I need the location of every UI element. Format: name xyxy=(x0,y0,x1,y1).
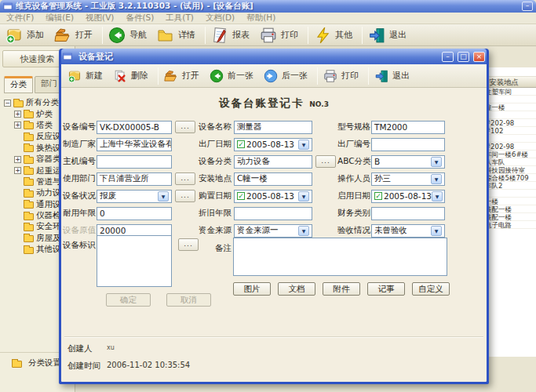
memo-button[interactable]: 记事 xyxy=(367,282,405,296)
checkbox-checked-icon[interactable]: ✓ xyxy=(374,192,382,200)
chevron-down-icon[interactable]: ▼ xyxy=(298,140,309,150)
finance-category-input[interactable] xyxy=(371,207,445,220)
menu-tools[interactable]: 工具(T) xyxy=(166,13,194,24)
tag-browse-button[interactable]: ... xyxy=(178,238,199,251)
grid-row[interactable] xyxy=(487,135,536,143)
depreciation-years-input[interactable] xyxy=(234,207,312,220)
exit-button[interactable]: 退出 xyxy=(365,25,414,45)
detail-button[interactable]: 详情 xyxy=(154,25,202,45)
chevron-down-icon[interactable]: ▼ xyxy=(431,226,442,236)
category-browse-button[interactable]: ... xyxy=(315,155,336,168)
equipment-tag-box[interactable] xyxy=(97,235,172,287)
equipment-no-input[interactable]: VK-DX00005-B xyxy=(97,121,172,134)
service-life-input[interactable]: 0 xyxy=(97,207,172,220)
new-button[interactable]: 新建 xyxy=(64,66,110,85)
grid-row[interactable]: 装配一楼 xyxy=(487,213,536,221)
grid-row[interactable] xyxy=(487,190,536,198)
open-button[interactable]: 打开 xyxy=(51,25,100,45)
menu-file[interactable]: 文件(F) xyxy=(6,13,34,24)
grid-row[interactable]: #202-98 xyxy=(487,143,536,151)
chevron-down-icon[interactable]: ▼ xyxy=(158,191,169,201)
factory-no-input[interactable] xyxy=(371,138,445,151)
purchase-date-picker[interactable]: ✓ 2005-08-13 ▼ xyxy=(234,190,312,203)
dialog-close-button[interactable]: × xyxy=(473,52,485,62)
status-browse-button[interactable]: ... xyxy=(175,190,195,202)
chevron-down-icon[interactable]: ▼ xyxy=(432,191,443,201)
equipment-category-input[interactable]: 动力设备 xyxy=(234,155,312,169)
grid-row[interactable]: #102 xyxy=(487,127,536,135)
menu-view[interactable]: 视图(V) xyxy=(86,13,114,24)
grid-row[interactable]: 电子电路 xyxy=(487,221,536,229)
menu-help[interactable]: 帮助(H) xyxy=(246,13,275,24)
chevron-down-icon[interactable]: ▼ xyxy=(431,174,442,184)
grid-filter-row[interactable] xyxy=(487,67,536,77)
expand-icon[interactable]: + xyxy=(14,156,21,163)
menu-parts[interactable]: 备件(S) xyxy=(126,13,154,24)
start-date-picker[interactable]: ✓ 2005-08-13 ▼ xyxy=(371,190,445,203)
grid-column-header[interactable]: 安装地点 xyxy=(487,77,536,88)
operator-select[interactable]: 孙三 ▼ xyxy=(371,172,445,186)
equipment-no-browse-button[interactable]: ... xyxy=(175,121,195,133)
model-spec-input[interactable]: TM2000 xyxy=(371,121,445,134)
print-button[interactable]: 打印 xyxy=(257,25,305,45)
next-record-button[interactable]: 后一张 xyxy=(261,66,315,85)
chevron-down-icon[interactable]: ▼ xyxy=(431,157,442,167)
dialog-maximize-button[interactable]: □ xyxy=(458,52,469,62)
chevron-down-icon[interactable]: ▼ xyxy=(298,226,309,236)
host-no-input[interactable] xyxy=(97,155,172,169)
previous-record-button[interactable]: 前一张 xyxy=(206,66,261,85)
expand-icon[interactable]: + xyxy=(14,167,21,174)
dialog-print-button[interactable]: 打印 xyxy=(320,66,366,85)
grid-row[interactable]: #202-98 xyxy=(487,119,536,127)
collapse-icon[interactable]: − xyxy=(4,100,11,107)
field-factory-date: 出厂日期 ✓ 2005-08-13 ▼ xyxy=(199,137,312,151)
checkbox-checked-icon[interactable]: ✓ xyxy=(237,192,245,200)
factory-date-picker[interactable]: ✓ 2005-08-13 ▼ xyxy=(234,138,312,151)
add-button[interactable]: 添加 xyxy=(2,25,51,45)
cancel-button[interactable]: 取消 xyxy=(166,293,211,307)
manufacturer-input[interactable]: 上海中华茶业设备有限公司 xyxy=(97,138,172,151)
equipment-name-input[interactable]: 测量器 xyxy=(234,121,312,134)
custom-button[interactable]: 自定义 xyxy=(412,282,450,296)
install-location-input[interactable]: C幢一楼 xyxy=(234,172,312,186)
department-browse-button[interactable]: ... xyxy=(175,172,195,185)
department-input[interactable]: 下吕浦营业所 xyxy=(97,172,172,186)
dialog-exit-button[interactable]: 退出 xyxy=(371,66,417,85)
document-button[interactable]: 文档 xyxy=(278,282,315,296)
acceptance-select[interactable]: 未曾验收 ▼ xyxy=(371,224,445,238)
grid-row[interactable]: 八车队 xyxy=(487,158,536,166)
grid-row[interactable]: 车间一楼6#楼 xyxy=(487,151,536,158)
navigate-button[interactable]: 导航 xyxy=(105,25,154,45)
dialog-open-button[interactable]: 打开 xyxy=(161,66,206,85)
grid-row[interactable]: 一楼 xyxy=(487,198,536,205)
status-select[interactable]: 报废 ▼ xyxy=(97,190,172,203)
tab-category[interactable]: 分类 xyxy=(4,76,33,93)
folder-icon xyxy=(24,235,34,242)
fund-source-select[interactable]: 资金来源一 ▼ xyxy=(234,224,312,238)
menu-docs[interactable]: 文档(D) xyxy=(206,13,235,24)
expand-icon[interactable]: + xyxy=(14,111,21,118)
ok-button[interactable]: 确定 xyxy=(106,293,151,307)
delete-button[interactable]: 删除 xyxy=(110,66,155,85)
attachment-button[interactable]: 附件 xyxy=(323,282,360,296)
grid-row[interactable] xyxy=(487,111,536,119)
picture-button[interactable]: 图片 xyxy=(233,282,271,296)
grid-row[interactable]: 装配一楼 xyxy=(487,205,536,213)
grid-row[interactable]: 幢一楼 xyxy=(487,103,536,111)
grid-row[interactable] xyxy=(487,96,536,103)
note-box[interactable] xyxy=(233,238,447,276)
abc-category-select[interactable]: B ▼ xyxy=(371,155,445,169)
report-button[interactable]: 报表 xyxy=(208,25,257,45)
grid-row[interactable]: 综合楼5楼709 xyxy=(487,174,536,182)
grid-row[interactable]: 车队2 xyxy=(487,182,536,190)
minimize-button[interactable]: – xyxy=(522,2,533,11)
expand-icon[interactable]: + xyxy=(14,122,21,129)
other-button[interactable]: 其他 xyxy=(311,25,359,45)
chevron-down-icon[interactable]: ▼ xyxy=(298,191,309,201)
registration-form: 设备台账登记卡 NO.3 设备编号 VK-DX00005-B ... 制造厂家 … xyxy=(61,88,487,382)
menu-edit[interactable]: 编辑(E) xyxy=(46,13,74,24)
dialog-minimize-button[interactable]: – xyxy=(442,52,454,62)
grid-row[interactable]: 科技园接待室 xyxy=(487,166,536,174)
checkbox-checked-icon[interactable]: ✓ xyxy=(237,140,245,148)
grid-row[interactable]: 注塑车间 xyxy=(487,88,536,96)
